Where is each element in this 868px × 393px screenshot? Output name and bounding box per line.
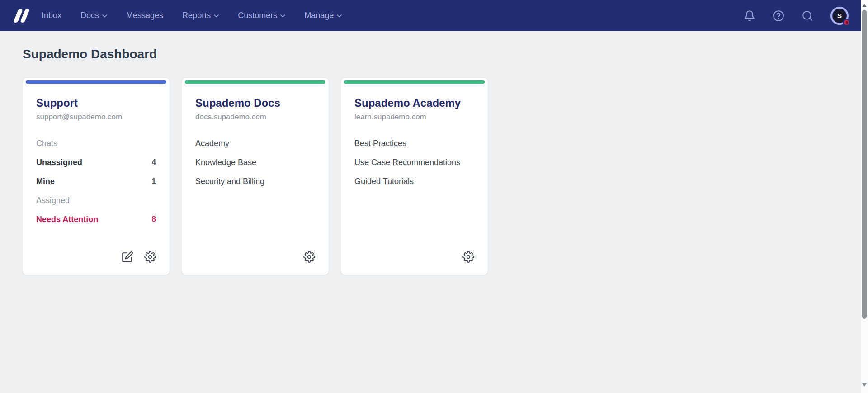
search-icon[interactable] — [802, 10, 813, 22]
card-row-list: Chats Unassigned 4 Mine 1 Assigned Needs… — [36, 134, 156, 229]
avatar-status-badge — [843, 19, 850, 26]
card-actions — [122, 251, 156, 263]
row-label: Academy — [195, 139, 229, 148]
card-subtitle: support@supademo.com — [36, 113, 156, 122]
card-row-list: Best Practices Use Case Recommendations … — [354, 134, 474, 191]
user-avatar[interactable]: S — [830, 7, 849, 25]
settings-gear-icon[interactable] — [144, 251, 156, 263]
nav-item-manage[interactable]: Manage — [304, 11, 342, 20]
scroll-up-arrow-icon[interactable] — [862, 4, 867, 7]
row-label: Knowledge Base — [195, 158, 256, 167]
page-title: Supademo Dashboard — [23, 47, 157, 62]
row-label: Guided Tutorials — [354, 177, 414, 186]
row-chats[interactable]: Chats — [36, 134, 156, 153]
dashboard-cards: Support support@supademo.com Chats Unass… — [22, 77, 488, 275]
chevron-down-icon — [280, 14, 285, 18]
row-label: Mine — [36, 177, 55, 186]
card-support: Support support@supademo.com Chats Unass… — [22, 77, 170, 275]
card-accent-bar — [185, 80, 326, 84]
row-needs-attention[interactable]: Needs Attention 8 — [36, 210, 156, 229]
card-accent-bar — [26, 80, 166, 84]
nav-item-messages[interactable]: Messages — [126, 11, 163, 20]
row-assigned[interactable]: Assigned — [36, 191, 156, 210]
row-label: Chats — [36, 139, 57, 148]
row-guided-tutorials[interactable]: Guided Tutorials — [354, 172, 474, 191]
nav-item-label: Customers — [238, 11, 277, 20]
settings-gear-icon[interactable] — [462, 251, 474, 263]
card-title[interactable]: Supademo Docs — [195, 97, 315, 109]
scrollbar-thumb[interactable] — [862, 10, 867, 319]
helpscout-logo-icon[interactable] — [13, 8, 30, 24]
row-label: Assigned — [36, 196, 70, 205]
row-label: Security and Billing — [195, 177, 264, 186]
row-best-practices[interactable]: Best Practices — [354, 134, 474, 153]
row-academy[interactable]: Academy — [195, 134, 315, 153]
nav-item-label: Inbox — [42, 11, 61, 20]
card-subtitle: docs.supademo.com — [195, 113, 315, 122]
nav-item-label: Messages — [126, 11, 163, 20]
primary-nav: Inbox Docs Messages Reports Customers Ma… — [42, 11, 342, 20]
nav-item-label: Docs — [80, 11, 99, 20]
row-count: 8 — [152, 215, 156, 224]
row-label: Needs Attention — [36, 215, 98, 224]
card-supademo-academy: Supademo Academy learn.supademo.com Best… — [340, 77, 488, 275]
row-label: Use Case Recommendations — [354, 158, 460, 167]
nav-utility-area: S — [744, 7, 861, 25]
app-window: Inbox Docs Messages Reports Customers Ma… — [0, 0, 868, 393]
help-icon[interactable] — [773, 10, 784, 22]
row-label: Unassigned — [36, 158, 82, 167]
card-subtitle: learn.supademo.com — [354, 113, 474, 122]
row-mine[interactable]: Mine 1 — [36, 172, 156, 191]
card-actions — [303, 251, 315, 263]
nav-item-inbox[interactable]: Inbox — [42, 11, 61, 20]
card-title[interactable]: Support — [36, 97, 156, 109]
nav-item-reports[interactable]: Reports — [182, 11, 219, 20]
row-count: 4 — [152, 158, 156, 167]
row-count: 1 — [152, 177, 156, 186]
chevron-down-icon — [337, 14, 342, 18]
card-actions — [462, 251, 474, 263]
top-navigation-bar: Inbox Docs Messages Reports Customers Ma… — [0, 0, 861, 31]
notifications-bell-icon[interactable] — [744, 10, 755, 22]
nav-item-label: Manage — [304, 11, 334, 20]
card-title[interactable]: Supademo Academy — [354, 97, 474, 109]
chevron-down-icon — [102, 14, 107, 18]
row-use-case-recommendations[interactable]: Use Case Recommendations — [354, 153, 474, 172]
settings-gear-icon[interactable] — [303, 251, 315, 263]
chevron-down-icon — [214, 14, 219, 18]
scroll-down-arrow-icon[interactable] — [862, 383, 867, 387]
nav-item-docs[interactable]: Docs — [80, 11, 107, 20]
nav-item-customers[interactable]: Customers — [238, 11, 285, 20]
row-knowledge-base[interactable]: Knowledge Base — [195, 153, 315, 172]
row-security-and-billing[interactable]: Security and Billing — [195, 172, 315, 191]
vertical-scrollbar[interactable] — [861, 0, 868, 393]
row-unassigned[interactable]: Unassigned 4 — [36, 153, 156, 172]
compose-icon[interactable] — [122, 251, 133, 263]
nav-item-label: Reports — [182, 11, 211, 20]
card-supademo-docs: Supademo Docs docs.supademo.com Academy … — [181, 77, 329, 275]
row-label: Best Practices — [354, 139, 406, 148]
card-row-list: Academy Knowledge Base Security and Bill… — [195, 134, 315, 191]
card-accent-bar — [344, 80, 485, 84]
